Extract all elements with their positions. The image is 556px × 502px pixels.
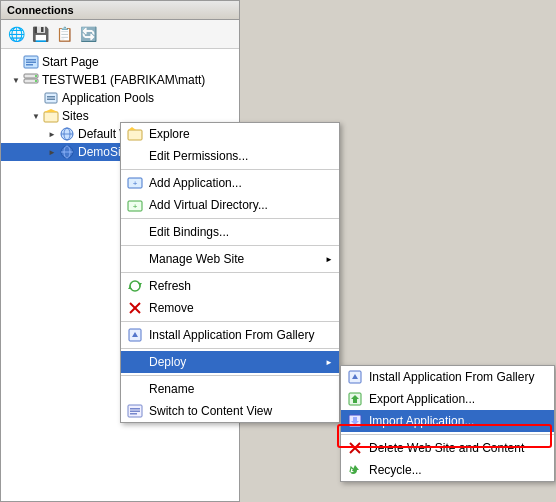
svg-rect-32	[130, 408, 140, 410]
svg-rect-19	[128, 130, 142, 140]
sub-export-icon	[345, 389, 365, 409]
svg-rect-11	[44, 112, 58, 122]
refresh-icon: 🔄	[80, 26, 97, 42]
svg-rect-9	[47, 96, 55, 98]
sub-separator	[341, 434, 554, 435]
menu-refresh[interactable]: Refresh	[121, 275, 339, 297]
separator-6	[121, 348, 339, 349]
panel-title: Connections	[7, 4, 74, 16]
expand-server: ▼	[9, 73, 23, 87]
add-app-label: Add Application...	[149, 176, 242, 190]
sub-delete-label: Delete Web Site and Content	[369, 441, 524, 455]
svg-rect-8	[45, 93, 57, 103]
sub-recycle-icon	[345, 460, 365, 480]
tree-item-server[interactable]: ▼ TESTWEB1 (FABRIKAM\matt)	[1, 71, 239, 89]
menu-remove[interactable]: Remove	[121, 297, 339, 319]
remove-icon	[125, 298, 145, 318]
svg-text:+: +	[133, 202, 138, 211]
save-icon: 💾	[32, 26, 49, 42]
panel-header: Connections	[1, 1, 239, 20]
install-gallery-label: Install Application From Gallery	[149, 328, 314, 342]
menu-add-vdir[interactable]: + Add Virtual Directory...	[121, 194, 339, 216]
menu-edit-perms[interactable]: Edit Permissions...	[121, 145, 339, 167]
separator-2	[121, 218, 339, 219]
tree-item-apppools[interactable]: Application Pools	[1, 89, 239, 107]
menu-rename[interactable]: Rename	[121, 378, 339, 400]
pools-icon	[43, 90, 59, 106]
sub-install-icon	[345, 367, 365, 387]
menu-install-gallery[interactable]: Install Application From Gallery	[121, 324, 339, 346]
menu-manage-website[interactable]: Manage Web Site ►	[121, 248, 339, 270]
deploy-icon	[125, 352, 145, 372]
submenu-recycle[interactable]: Recycle...	[341, 459, 554, 481]
deploy-submenu: Install Application From Gallery Export …	[340, 365, 555, 482]
separator-5	[121, 321, 339, 322]
add-app-icon: +	[125, 173, 145, 193]
svg-rect-34	[130, 413, 137, 415]
submenu-delete-site[interactable]: Delete Web Site and Content	[341, 437, 554, 459]
refresh-menu-icon	[125, 276, 145, 296]
svg-rect-33	[130, 411, 140, 413]
refresh-label: Refresh	[149, 279, 191, 293]
edit-bindings-icon	[125, 222, 145, 242]
add-vdir-label: Add Virtual Directory...	[149, 198, 268, 212]
refresh-button[interactable]: 🔄	[77, 23, 99, 45]
separator-4	[121, 272, 339, 273]
menu-explore[interactable]: Explore	[121, 123, 339, 145]
sites-label: Sites	[62, 109, 89, 123]
menu-add-app[interactable]: + Add Application...	[121, 172, 339, 194]
expand-default: ►	[45, 127, 59, 141]
svg-point-6	[35, 75, 37, 77]
menu-deploy[interactable]: Deploy ►	[121, 351, 339, 373]
deploy-label: Deploy	[149, 355, 186, 369]
save-button[interactable]: 💾	[29, 23, 51, 45]
switch-content-label: Switch to Content View	[149, 404, 272, 418]
nav-icon: 📋	[56, 26, 73, 42]
rename-icon	[125, 379, 145, 399]
manage-website-label: Manage Web Site	[149, 252, 244, 266]
explore-label: Explore	[149, 127, 190, 141]
defaultsite-icon	[59, 126, 75, 142]
explore-icon	[125, 124, 145, 144]
sub-install-label: Install Application From Gallery	[369, 370, 534, 384]
expand-pools	[29, 91, 43, 105]
edit-perms-icon	[125, 146, 145, 166]
svg-rect-2	[26, 62, 36, 64]
sub-export-label: Export Application...	[369, 392, 475, 406]
back-icon: 🌐	[8, 26, 25, 42]
svg-rect-1	[26, 59, 36, 61]
startpage-icon	[23, 54, 39, 70]
rename-label: Rename	[149, 382, 194, 396]
tree-item-startpage[interactable]: Start Page	[1, 53, 239, 71]
svg-marker-26	[128, 286, 132, 289]
submenu-export-app[interactable]: Export Application...	[341, 388, 554, 410]
expand-demo: ►	[45, 145, 59, 159]
remove-label: Remove	[149, 301, 194, 315]
menu-switch-content[interactable]: Switch to Content View	[121, 400, 339, 422]
manage-website-icon	[125, 249, 145, 269]
svg-marker-20	[128, 127, 136, 130]
toolbar: 🌐 💾 📋 🔄	[1, 20, 239, 49]
expand-sites: ▼	[29, 109, 43, 123]
server-icon	[23, 72, 39, 88]
svg-text:+: +	[133, 179, 138, 188]
menu-edit-bindings[interactable]: Edit Bindings...	[121, 221, 339, 243]
expand-startpage	[9, 55, 23, 69]
demosite-icon	[59, 144, 75, 160]
svg-rect-3	[26, 64, 33, 66]
edit-perms-label: Edit Permissions...	[149, 149, 248, 163]
submenu-install-gallery[interactable]: Install Application From Gallery	[341, 366, 554, 388]
nav-button[interactable]: 📋	[53, 23, 75, 45]
submenu-import-app[interactable]: Import Application...	[341, 410, 554, 432]
context-menu: Explore Edit Permissions... + Add Applic…	[120, 122, 340, 423]
server-label: TESTWEB1 (FABRIKAM\matt)	[42, 73, 205, 87]
edit-bindings-label: Edit Bindings...	[149, 225, 229, 239]
svg-rect-10	[47, 99, 55, 101]
separator-3	[121, 245, 339, 246]
switch-content-icon	[125, 401, 145, 421]
sub-recycle-label: Recycle...	[369, 463, 422, 477]
deploy-arrow: ►	[325, 358, 333, 367]
startpage-label: Start Page	[42, 55, 99, 69]
sub-import-icon	[345, 411, 365, 431]
back-button[interactable]: 🌐	[5, 23, 27, 45]
